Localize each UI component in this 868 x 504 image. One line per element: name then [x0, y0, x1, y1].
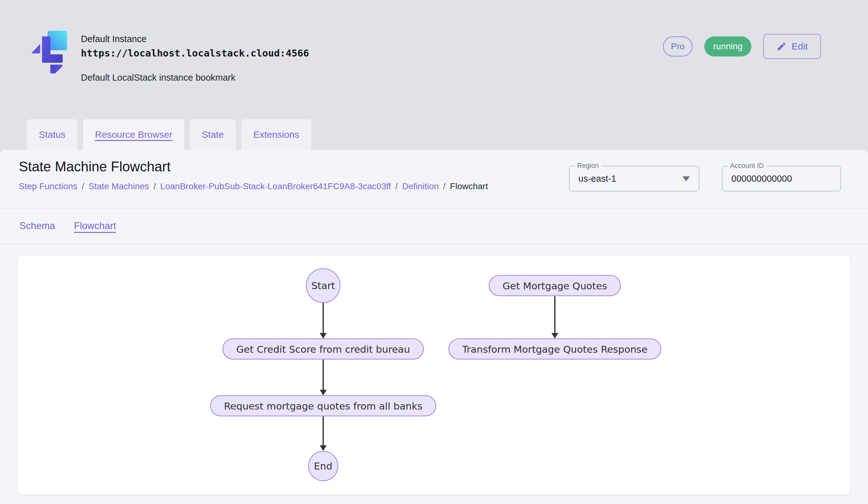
- page-title: State Machine Flowchart: [19, 159, 170, 174]
- pencil-icon: [776, 41, 786, 51]
- flow-node-start: Start: [306, 268, 340, 303]
- breadcrumb-separator: /: [395, 181, 398, 191]
- tab-status[interactable]: Status: [27, 119, 78, 150]
- flow-edge: [554, 296, 556, 333]
- edit-button-label: Edit: [792, 41, 808, 52]
- breadcrumb: Step Functions / State Machines / LoanBr…: [19, 181, 488, 191]
- region-select[interactable]: Region us-east-1: [569, 166, 699, 191]
- breadcrumb-definition[interactable]: Definition: [402, 181, 439, 191]
- instance-url: https://localhost.localstack.cloud:4566: [81, 47, 309, 59]
- region-label: Region: [575, 162, 601, 170]
- breadcrumb-separator: /: [443, 181, 446, 191]
- breadcrumb-separator: /: [82, 181, 84, 191]
- tab-resource-browser[interactable]: Resource Browser: [83, 119, 184, 150]
- flow-node-get-credit-score: Get Credit Score from credit bureau: [223, 339, 424, 360]
- flow-node-request-quotes: Request mortgage quotes from all banks: [210, 395, 436, 416]
- account-id-input[interactable]: [723, 173, 840, 184]
- edit-button[interactable]: Edit: [763, 34, 821, 59]
- flowchart-card: Start Get Credit Score from credit burea…: [17, 255, 851, 495]
- flow-node-end: End: [308, 451, 338, 481]
- breadcrumb-state-machine-id[interactable]: LoanBroker-PubSub-Stack-LoanBroker641FC9…: [160, 181, 391, 191]
- tab-extensions[interactable]: Extensions: [241, 119, 311, 150]
- breadcrumb-step-functions[interactable]: Step Functions: [19, 181, 78, 191]
- flow-edge: [322, 416, 324, 446]
- subtab-flowchart[interactable]: Flowchart: [74, 220, 116, 232]
- arrowhead-icon: [551, 333, 558, 339]
- arrowhead-icon: [320, 333, 327, 339]
- breadcrumb-separator: /: [154, 181, 156, 191]
- pro-badge: Pro: [663, 37, 692, 57]
- tab-state[interactable]: State: [190, 119, 236, 150]
- state-machine-flowchart: Start Get Credit Score from credit burea…: [18, 256, 850, 495]
- localstack-logo-icon: [29, 31, 70, 73]
- breadcrumb-flowchart: Flowchart: [450, 181, 488, 191]
- subtab-schema[interactable]: Schema: [19, 220, 55, 232]
- flow-node-transform-response: Transform Mortgage Quotes Response: [448, 339, 661, 360]
- instance-name: Default Instance: [81, 34, 309, 44]
- flow-edge: [322, 303, 324, 333]
- arrowhead-icon: [320, 390, 327, 395]
- resource-browser-panel: State Machine Flowchart Step Functions /…: [0, 150, 868, 504]
- account-id-field: Account ID: [722, 166, 841, 191]
- arrowhead-icon: [320, 445, 327, 451]
- chevron-down-icon: [682, 177, 690, 181]
- definition-subtabs: Schema Flowchart: [0, 209, 868, 244]
- instance-description: Default LocalStack instance bookmark: [81, 72, 309, 83]
- main-tabs: Status Resource Browser State Extensions: [27, 119, 311, 150]
- page-header: State Machine Flowchart Step Functions /…: [0, 150, 868, 209]
- account-id-label: Account ID: [727, 162, 766, 170]
- flow-edge: [322, 360, 324, 390]
- status-badge: running: [704, 37, 751, 57]
- region-value: us-east-1: [578, 173, 682, 184]
- breadcrumb-state-machines[interactable]: State Machines: [89, 181, 149, 191]
- flow-node-get-mortgage-quotes: Get Mortgage Quotes: [489, 275, 621, 296]
